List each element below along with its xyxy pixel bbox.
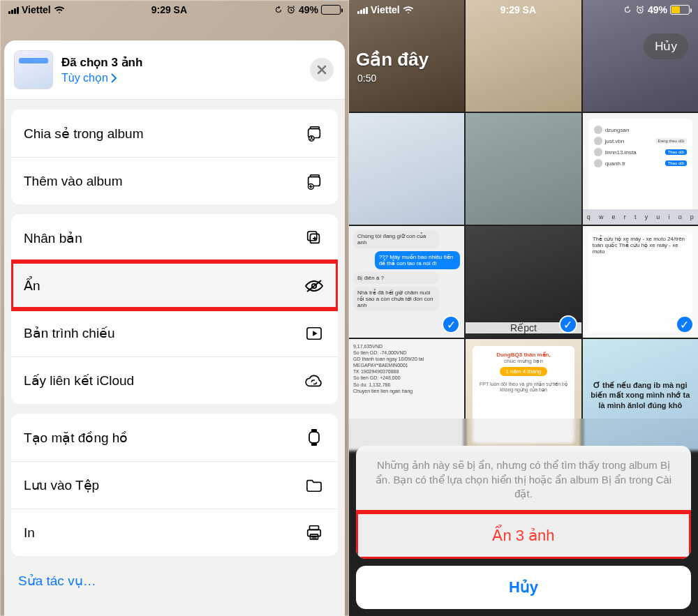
orientation-lock-icon xyxy=(274,5,283,15)
action-label: Nhân bản xyxy=(24,230,82,246)
svg-rect-6 xyxy=(310,174,319,176)
action-label: Bản trình chiếu xyxy=(24,325,115,341)
action-label: Ẩn xyxy=(24,278,40,294)
caption-label: Thẻ cứu hộ xe máy - xe moto 24/trên toàn… xyxy=(588,232,692,332)
share-action-print[interactable]: In xyxy=(11,509,338,556)
photo-cell[interactable]: Chúng tôi đang giữ con của anh ??? Mày m… xyxy=(349,226,464,338)
keyboard-row: qwertyuiop xyxy=(583,209,698,225)
print-icon xyxy=(303,524,325,542)
selected-check-icon: ✓ xyxy=(676,315,694,333)
photo-cell[interactable] xyxy=(349,113,464,225)
share-action-slideshow[interactable]: Bản trình chiếu xyxy=(11,309,338,356)
options-button[interactable]: Tùy chọn xyxy=(61,71,142,84)
action-label: Thêm vào album xyxy=(24,174,123,189)
edit-actions-button[interactable]: Sửa tác vụ… xyxy=(4,556,345,603)
icloud-link-icon xyxy=(303,373,325,389)
share-title: Đã chọn 3 ảnh xyxy=(61,55,142,70)
alarm-icon xyxy=(635,5,645,15)
caption-label: Ơ thế nếu đang ib mà ngi biến mất xong m… xyxy=(587,380,694,410)
photo-cell[interactable] xyxy=(466,113,581,225)
share-header: Đã chọn 3 ảnh Tùy chọn xyxy=(4,40,345,100)
photo-cell[interactable]: Rếpct ✓ xyxy=(466,226,581,338)
cellular-signal-icon xyxy=(8,6,19,14)
slideshow-icon xyxy=(303,326,325,341)
orientation-lock-icon xyxy=(623,5,632,15)
action-label: Tạo mặt đồng hồ xyxy=(24,430,128,446)
photo-cell[interactable]: Thẻ cứu hộ xe máy - xe moto 24/trên toàn… xyxy=(583,226,698,338)
photo-cell[interactable]: dzungsan just.vbnĐang theo dõi linnn13.i… xyxy=(583,113,698,225)
carrier-label: Viettel xyxy=(22,4,51,15)
battery-pct-label: 49% xyxy=(648,4,667,15)
svg-rect-12 xyxy=(309,432,319,443)
hide-icon xyxy=(303,278,325,294)
album-add-icon xyxy=(303,172,325,190)
action-label: Lấy liên kết iCloud xyxy=(24,373,134,389)
svg-rect-2 xyxy=(310,127,319,129)
video-duration: 0:50 xyxy=(357,73,376,84)
share-action-album-add[interactable]: Thêm vào album xyxy=(11,157,338,204)
screen-photo-grid: Gần đây 0:50 dzungsan just.vbnĐang theo … xyxy=(349,0,698,616)
share-sheet: Đã chọn 3 ảnh Tùy chọn Chia sẻ trong alb… xyxy=(4,40,345,616)
screenshot-content: dzungsan just.vbnĐang theo dõi linnn13.i… xyxy=(588,119,692,219)
action-label: Lưu vào Tệp xyxy=(24,477,99,493)
svg-point-4 xyxy=(311,137,313,139)
alarm-icon xyxy=(286,5,296,15)
svg-rect-15 xyxy=(310,525,319,529)
action-sheet-cancel-button[interactable]: Hủy xyxy=(356,566,691,609)
save-files-icon xyxy=(303,478,325,493)
share-action-watchface[interactable]: Tạo mặt đồng hồ xyxy=(11,414,338,461)
watchface-icon xyxy=(303,428,325,447)
carrier-label: Viettel xyxy=(371,4,400,15)
battery-pct-label: 49% xyxy=(299,4,318,15)
share-action-icloud-link[interactable]: Lấy liên kết iCloud xyxy=(11,356,338,404)
cellular-signal-icon xyxy=(357,6,368,14)
action-sheet: Những ảnh này sẽ bị ẩn, nhưng có thể tìm… xyxy=(356,446,691,609)
battery-icon xyxy=(670,5,690,15)
action-sheet-message: Những ảnh này sẽ bị ẩn, nhưng có thể tìm… xyxy=(356,446,691,512)
share-action-duplicate[interactable]: Nhân bản xyxy=(11,214,338,262)
battery-icon xyxy=(321,5,341,15)
duplicate-icon xyxy=(303,229,325,247)
status-bar: Viettel 9:29 SA 49% xyxy=(349,0,698,20)
svg-rect-13 xyxy=(311,429,317,432)
svg-rect-14 xyxy=(311,443,317,446)
hide-photos-button[interactable]: Ẩn 3 ảnh xyxy=(356,512,691,559)
selection-thumbnail xyxy=(14,50,53,89)
wifi-icon xyxy=(54,6,65,14)
clock-label: 9:29 SA xyxy=(151,4,187,15)
action-label: In xyxy=(24,525,35,541)
clock-label: 9:29 SA xyxy=(500,4,536,15)
share-action-hide[interactable]: Ẩn xyxy=(11,262,338,309)
close-button[interactable] xyxy=(310,58,334,82)
share-action-save-files[interactable]: Lưu vào Tệp xyxy=(11,461,338,509)
status-bar: Viettel 9:29 SA 49% xyxy=(0,0,349,20)
selected-check-icon: ✓ xyxy=(559,315,577,333)
chevron-right-icon xyxy=(110,73,117,83)
screen-share-sheet: Viettel 9:29 SA 49% Đã chọn 3 ảnh Tùy ch… xyxy=(0,0,349,616)
svg-rect-16 xyxy=(308,529,321,536)
cancel-button[interactable]: Hủy xyxy=(644,33,688,59)
close-icon xyxy=(317,65,327,75)
action-label: Chia sẻ trong album xyxy=(24,126,143,142)
wifi-icon xyxy=(403,6,414,14)
recents-label: Gần đây xyxy=(356,49,429,70)
album-share-icon xyxy=(303,124,325,142)
share-action-album-share[interactable]: Chia sẻ trong album xyxy=(11,110,338,157)
